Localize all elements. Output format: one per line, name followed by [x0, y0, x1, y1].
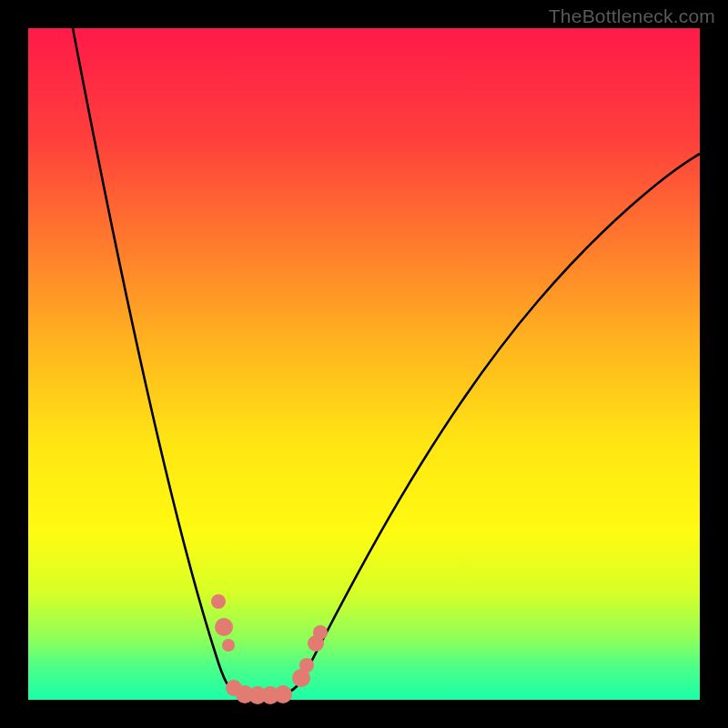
data-marker	[274, 685, 292, 703]
curve-right	[272, 154, 700, 695]
data-marker	[215, 618, 233, 636]
markers-group	[211, 594, 328, 704]
data-marker	[299, 658, 314, 672]
data-marker	[313, 625, 328, 640]
watermark-text: TheBottleneck.com	[549, 5, 715, 27]
data-marker	[222, 639, 235, 652]
curve-left	[73, 28, 272, 695]
data-marker	[211, 594, 226, 609]
bottleneck-curve-plot	[28, 28, 700, 700]
